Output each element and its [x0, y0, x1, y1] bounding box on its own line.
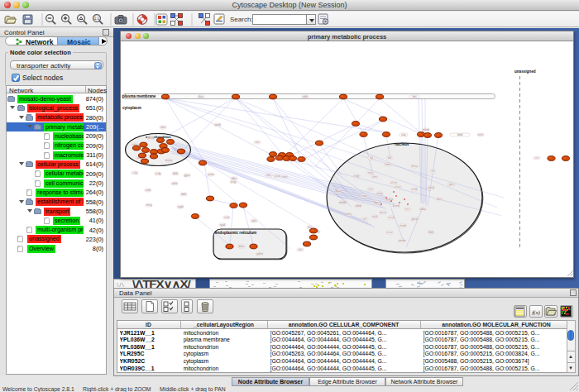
- svg-text:lobl: lobl: [388, 156, 392, 160]
- svg-text:f(x): f(x): [532, 309, 540, 316]
- svg-text:sbrn: sbrn: [372, 175, 377, 179]
- svg-text:moea: moea: [165, 159, 172, 162]
- svg-text:eddc: eddc: [303, 95, 309, 98]
- svg-text:cslg: cslg: [132, 171, 137, 174]
- svg-text:ldbb: ldbb: [428, 231, 433, 234]
- svg-text:ogma: ogma: [386, 198, 393, 201]
- svg-text:bsmb: bsmb: [393, 204, 400, 208]
- svg-text:asse: asse: [395, 185, 401, 189]
- svg-text:unassigned: unassigned: [514, 69, 536, 74]
- svg-text:bdbl: bdbl: [181, 193, 186, 196]
- svg-text:ggoe: ggoe: [184, 174, 190, 177]
- svg-text:dnoa: dnoa: [148, 136, 154, 140]
- svg-text:odsb: odsb: [172, 182, 178, 185]
- svg-text:ergb: ergb: [354, 174, 359, 178]
- svg-text:agle: agle: [251, 219, 256, 222]
- svg-text:bged: bged: [375, 201, 380, 204]
- svg-text:rlgl: rlgl: [370, 156, 373, 160]
- svg-text:lmsa: lmsa: [412, 165, 418, 168]
- svg-text:elcm: elcm: [391, 181, 397, 184]
- svg-text:ermd: ermd: [400, 224, 406, 227]
- svg-text:nbol: nbol: [160, 126, 165, 129]
- svg-text:rern: rern: [368, 188, 373, 191]
- svg-text:enar: enar: [368, 171, 373, 174]
- svg-text:nssd: nssd: [389, 216, 395, 219]
- svg-text:omdm: omdm: [399, 239, 406, 242]
- svg-text:gbnd: gbnd: [412, 218, 418, 221]
- svg-text:arde: arde: [146, 189, 151, 192]
- svg-text:mbdd: mbdd: [339, 201, 346, 204]
- svg-text:lomn: lomn: [385, 163, 391, 166]
- svg-text:bblb: bblb: [173, 172, 178, 175]
- svg-text:odcg: odcg: [377, 192, 383, 195]
- svg-text:nmcl: nmcl: [478, 133, 484, 136]
- svg-text:erog: erog: [231, 180, 236, 184]
- svg-text:ncso: ncso: [387, 231, 393, 234]
- svg-text:adba: adba: [420, 208, 426, 211]
- svg-text:nold: nold: [372, 215, 377, 218]
- svg-text:cnna: cnna: [361, 194, 366, 198]
- svg-text:selr: selr: [363, 218, 367, 221]
- svg-text:endoplasmic reticulum: endoplasmic reticulum: [215, 231, 256, 235]
- svg-text:ncnb: ncnb: [412, 188, 418, 191]
- svg-text:adob: adob: [356, 204, 361, 208]
- svg-text:mbab: mbab: [423, 128, 429, 131]
- svg-text:ndod: ndod: [428, 186, 434, 189]
- svg-text:1:1: 1:1: [94, 17, 100, 21]
- svg-text:sbrs: sbrs: [412, 95, 417, 98]
- svg-text:cggd: cggd: [178, 205, 184, 208]
- svg-text:absr: absr: [437, 198, 442, 201]
- svg-text:bgao: bgao: [336, 189, 342, 193]
- svg-text:nccr: nccr: [405, 208, 410, 211]
- svg-text:olol: olol: [299, 248, 303, 251]
- svg-text:ecdg: ecdg: [156, 172, 161, 175]
- svg-text:mnce: mnce: [380, 211, 386, 214]
- svg-text:alsg: alsg: [401, 133, 406, 136]
- svg-text:rgad: rgad: [220, 223, 225, 227]
- svg-text:rrrb: rrrb: [431, 170, 435, 173]
- svg-text:gdrm: gdrm: [257, 252, 263, 256]
- svg-text:emrg: emrg: [146, 203, 152, 207]
- svg-text:rbas: rbas: [199, 95, 203, 98]
- svg-text:asmn: asmn: [208, 173, 214, 176]
- svg-text:aabd: aabd: [215, 123, 221, 127]
- svg-text:bddd: bddd: [457, 133, 463, 136]
- svg-text:gdcn: gdcn: [449, 183, 455, 186]
- svg-text:rgmn: rgmn: [346, 213, 352, 216]
- svg-text:plasma membrane: plasma membrane: [122, 94, 156, 98]
- svg-text:crcr: crcr: [535, 156, 539, 160]
- svg-text:cnsd: cnsd: [275, 174, 280, 178]
- svg-text:bdos: bdos: [239, 245, 245, 248]
- svg-text:rbor: rbor: [266, 174, 270, 177]
- svg-text:cytoplasm: cytoplasm: [122, 106, 141, 110]
- svg-text:cmle: cmle: [282, 175, 288, 179]
- svg-text:resr: resr: [255, 141, 259, 144]
- svg-text:nucleus: nucleus: [395, 142, 409, 146]
- svg-text:rsnd: rsnd: [224, 216, 229, 219]
